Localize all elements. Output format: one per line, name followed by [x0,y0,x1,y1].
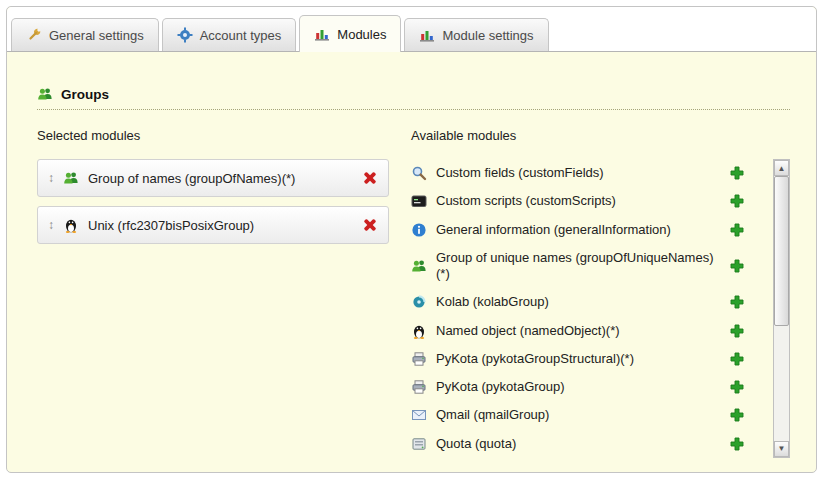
printer-icon [411,379,427,395]
selected-module-row[interactable]: ↕ Group of names (groupOfNames)(*) [37,159,389,197]
add-module-button[interactable] [730,437,744,451]
green-plus-icon [730,259,744,273]
printer-icon [411,351,427,367]
tab-label: General settings [49,28,144,43]
gear-icon [177,27,193,43]
wrench-icon [26,27,42,43]
available-module-label: PyKota (pykotaGroup) [436,379,721,395]
add-module-button[interactable] [730,223,744,237]
available-module-label: Qmail (qmailGroup) [436,407,721,423]
chart-icon [419,27,435,43]
available-module-label: Group of unique names (groupOfUniqueName… [436,250,721,283]
scrollbar-thumb[interactable] [774,176,789,326]
vertical-scrollbar[interactable]: ▲ ▼ [773,159,790,458]
green-plus-icon [730,380,744,394]
add-module-button[interactable] [730,352,744,366]
available-module-row: PyKota (pykotaGroup) [411,373,773,401]
available-module-label: Custom scripts (customScripts) [436,193,721,209]
add-module-button[interactable] [730,259,744,273]
modules-panel: Groups Selected modules ↕ Group of names… [7,52,816,472]
remove-module-button[interactable] [362,170,378,186]
available-module-label: Quota (quota) [436,436,721,452]
available-module-label: PyKota (pykotaGroupStructural)(*) [436,351,721,367]
green-plus-icon [730,166,744,180]
tab-bar: General settings Account types Modules M… [7,7,816,52]
available-module-row: Group of unique names (groupOfUniqueName… [411,244,773,289]
add-module-button[interactable] [730,166,744,180]
page-title: Groups [61,87,109,102]
scrollbar-track[interactable] [774,176,789,441]
section-header-groups: Groups [37,86,790,110]
scroll-up-arrow-icon[interactable]: ▲ [774,160,789,176]
add-module-button[interactable] [730,295,744,309]
available-module-row: Quota (quota) [411,430,773,458]
available-module-label: General information (generalInformation) [436,222,721,238]
scroll-down-arrow-icon[interactable]: ▼ [774,441,789,457]
red-x-icon [362,170,378,186]
add-module-button[interactable] [730,380,744,394]
up-down-arrow-icon[interactable]: ↕ [48,172,54,184]
available-module-row: Qmail (qmailGroup) [411,401,773,429]
selected-module-label: Group of names (groupOfNames)(*) [88,171,353,186]
available-module-label: Kolab (kolabGroup) [436,294,721,310]
tab-module-settings[interactable]: Module settings [404,18,548,51]
add-module-button[interactable] [730,194,744,208]
terminal-icon [411,193,427,209]
available-module-label: Custom fields (customFields) [436,165,721,181]
available-module-row: Kolab (kolabGroup) [411,288,773,316]
group-icon [63,170,79,186]
green-plus-icon [730,352,744,366]
quota-icon [411,436,427,452]
available-module-row: Named object (namedObject)(*) [411,317,773,345]
available-module-label: Named object (namedObject)(*) [436,323,721,339]
green-plus-icon [730,324,744,338]
chart-icon [314,26,330,42]
group-icon [37,86,53,102]
selected-modules-heading: Selected modules [37,128,389,143]
tab-modules[interactable]: Modules [299,15,401,52]
green-plus-icon [730,223,744,237]
lam-configuration-widget: General settings Account types Modules M… [6,6,817,473]
magnifier-icon [411,165,427,181]
available-module-row: General information (generalInformation) [411,216,773,244]
green-plus-icon [730,408,744,422]
tab-account-types[interactable]: Account types [162,18,297,51]
green-plus-icon [730,295,744,309]
available-module-row: Custom scripts (customScripts) [411,187,773,215]
remove-module-button[interactable] [362,217,378,233]
linux-penguin-icon [411,323,427,339]
available-module-row: Custom fields (customFields) [411,159,773,187]
green-plus-icon [730,194,744,208]
up-down-arrow-icon[interactable]: ↕ [48,219,54,231]
group-icon [411,258,427,274]
available-modules-list: Custom fields (customFields) Custom scri… [411,159,773,458]
selected-module-row[interactable]: ↕ Unix (rfc2307bisPosixGroup) [37,206,389,244]
tab-label: Account types [200,28,282,43]
selected-module-label: Unix (rfc2307bisPosixGroup) [88,218,353,233]
green-plus-icon [730,437,744,451]
add-module-button[interactable] [730,324,744,338]
tab-label: Modules [337,27,386,42]
add-module-button[interactable] [730,408,744,422]
mail-icon [411,407,427,423]
linux-penguin-icon [63,217,79,233]
tab-general-settings[interactable]: General settings [11,18,159,51]
available-module-row: PyKota (pykotaGroupStructural)(*) [411,345,773,373]
tab-label: Module settings [442,28,533,43]
available-modules-heading: Available modules [411,128,790,143]
red-x-icon [362,217,378,233]
kolab-icon [411,294,427,310]
info-icon [411,222,427,238]
